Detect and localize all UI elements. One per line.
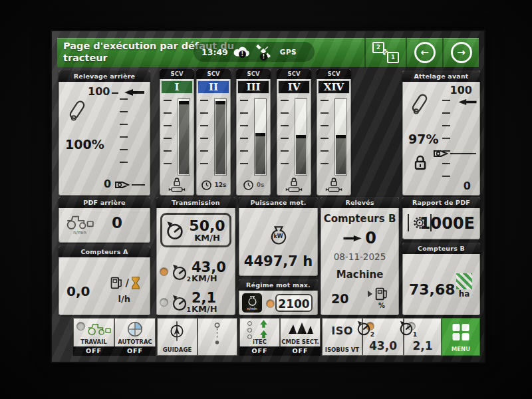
speed-f1-row: 1 2,1 KM/H (160, 291, 217, 313)
engine-max-module[interactable]: Régime mot max. n/min 2100 (239, 279, 318, 315)
autotrac-button[interactable]: AUTOTRAC OFF (114, 318, 156, 356)
itec-button[interactable]: iTEC OFF (239, 318, 280, 356)
tractor-display: Page d'exécution par défaut du tracteur … (0, 0, 532, 399)
scale-dash (112, 92, 118, 94)
hitch-link-icon (410, 93, 429, 118)
kw-label: kW (268, 233, 289, 239)
rear-hitch-title: Relevage arrière (59, 70, 150, 82)
counters-b-unit: ha (456, 289, 472, 299)
scv-2-tab: SCV (196, 69, 231, 79)
f1-value: 2,1 (192, 291, 217, 305)
lock-icon (413, 154, 428, 172)
readings-unit2: % (374, 302, 390, 309)
lock-detent-icon (284, 176, 304, 194)
front-hitch-module[interactable]: Attelage avant 100 97% 0 (402, 70, 480, 196)
speed-2-value: 43,0 (362, 339, 404, 352)
screen-swap-button[interactable]: 2 ⇄ 1 (364, 38, 406, 67)
scv-2-footer: 12s (196, 176, 231, 194)
rear-hitch-value: 100% (65, 137, 104, 152)
scv-1-slider[interactable] (178, 98, 190, 176)
front-hitch-value: 97% (408, 132, 438, 146)
scv-4-slider[interactable] (295, 98, 307, 176)
guidance-icon (168, 321, 186, 342)
scv-3-timer: 0s (257, 182, 265, 188)
status-pill[interactable]: 13:49 ! ! GPS (194, 42, 315, 62)
transmission-module[interactable]: Transmission 50,0 KM/H 2 43,0 KM/H (156, 197, 235, 315)
lightbar-button[interactable] (198, 318, 237, 356)
menu-label: MENU (442, 346, 480, 352)
scv-1-footer (160, 176, 194, 194)
lightbar-icon (213, 322, 221, 347)
scv-2-timer: 12s (215, 182, 227, 188)
front-hitch-title: Attelage avant (402, 70, 480, 82)
engine-badge: n/min (242, 293, 262, 313)
menu-button[interactable]: MENU (442, 318, 480, 356)
rear-pto-module[interactable]: PDF arrière n/min 0 (59, 197, 150, 243)
scv-3-fill (255, 133, 265, 174)
cloud-alert-badge: ! (239, 51, 246, 58)
display-screen: Page d'exécution par défaut du tracteur … (52, 31, 484, 362)
fuel-pump-icon (374, 286, 390, 302)
speedometer-2-icon (171, 263, 188, 281)
scv-3-footer: 0s (236, 176, 271, 194)
pto-report-title: Rapport de PDF (402, 197, 480, 208)
scv-2-module[interactable]: SCV II 12s (196, 69, 231, 196)
scv-3-module[interactable]: SCV III 0s (236, 69, 271, 196)
scv-4-module[interactable]: SCV IV (277, 69, 311, 196)
speedometer-2-icon (356, 320, 372, 336)
readings-module[interactable]: Relevés Compteurs B 0 08-11-2025 Machine… (321, 197, 399, 315)
travail-button[interactable]: TRAVAIL OFF (73, 318, 114, 356)
scv-4-footer (277, 176, 311, 194)
scv-3-numeral: III (237, 80, 269, 94)
engine-max-led (267, 300, 274, 307)
front-hitch-max-label: 100 (450, 84, 472, 96)
fuel-pointer-icon (368, 291, 372, 297)
engine-max-value[interactable]: 2100 (275, 294, 313, 312)
set-speed-box[interactable]: 50,0 KM/H (160, 213, 231, 247)
guidage-button[interactable]: GUIDAGE (157, 318, 198, 356)
tractor-pto-icon (65, 213, 94, 230)
scv-14-slider[interactable] (334, 98, 347, 176)
rear-hitch-module[interactable]: Relevage arrière 100 100% 0 (59, 70, 150, 196)
scv-14-numeral: XIV (318, 80, 350, 94)
scv-2-numeral: II (198, 80, 229, 94)
front-hitch-command-arrow-icon (458, 98, 477, 106)
gps-alert-badge: ! (260, 53, 267, 61)
rear-pto-unit: n/min (65, 230, 94, 235)
scv-2-ticks (200, 100, 208, 174)
speed-1-button[interactable]: 1 2,1 (404, 318, 442, 356)
f2-value: 43,0 (192, 261, 226, 274)
scv-4-fill (296, 135, 306, 174)
speed-2-button[interactable]: 2 43,0 (362, 318, 404, 356)
pto-report-module[interactable]: Rapport de PDF 1000E (402, 197, 480, 239)
travail-led (77, 323, 84, 330)
counters-a-unit: l/h (118, 294, 130, 304)
autotrac-icon (126, 320, 144, 338)
fuel-pump-icon (109, 275, 124, 291)
engine-power-module[interactable]: Puissance mot. kW 4497,7 h (239, 197, 318, 276)
scv-3-slider[interactable] (254, 98, 267, 176)
scv-1-module[interactable]: SCV I (160, 69, 194, 196)
scv-2-fill (215, 101, 225, 174)
forward-button[interactable]: → (442, 38, 479, 67)
set-speed-unit: KM/H (188, 233, 227, 242)
travail-state: OFF (73, 346, 114, 356)
rear-hitch-scale-ticks (120, 98, 128, 172)
counters-b-module[interactable]: Compteurs B 73,68 ha (402, 243, 480, 315)
counters-a-module[interactable]: Compteurs A 0,0 / l/h (59, 246, 150, 315)
counters-b-title: Compteurs B (402, 243, 480, 254)
guidage-label: GUIDAGE (157, 346, 198, 353)
fuel-percent-icon-wrap: % (374, 286, 390, 309)
speed-1-value: 2,1 (404, 339, 442, 352)
section-control-button[interactable]: CMDE SECT. OFF (280, 318, 321, 356)
scv-14-fill (336, 135, 346, 174)
pointer-line (450, 153, 476, 154)
section-control-icon (287, 322, 314, 335)
readings-value: 0 (365, 229, 376, 247)
itec-label: iTEC (239, 338, 280, 345)
scv-2-slider[interactable] (214, 98, 227, 176)
back-button[interactable]: ← (406, 38, 442, 67)
readings-title: Relevés (321, 197, 399, 208)
scv-14-module[interactable]: SCV XIV (317, 69, 351, 196)
lock-detent-icon (167, 176, 187, 194)
